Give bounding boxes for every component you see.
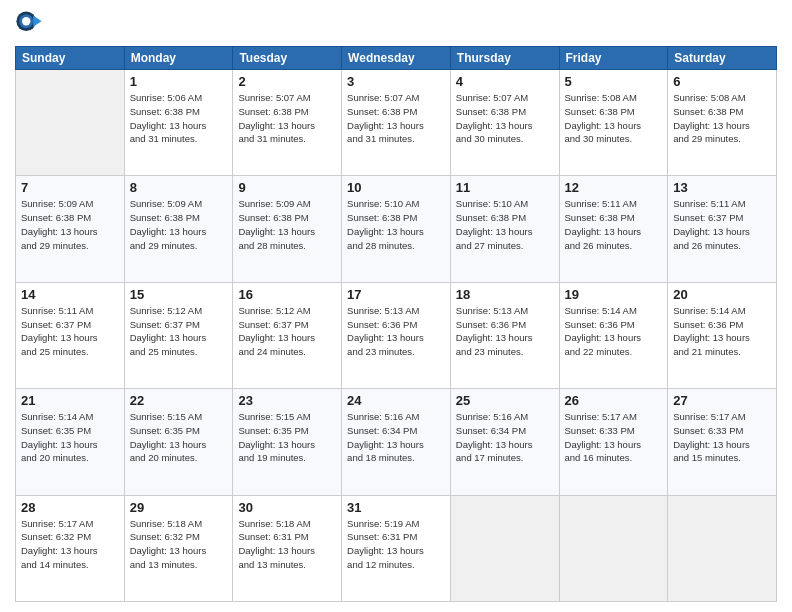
day-cell: 18Sunrise: 5:13 AM Sunset: 6:36 PM Dayli… (450, 282, 559, 388)
day-cell (450, 495, 559, 601)
day-cell: 11Sunrise: 5:10 AM Sunset: 6:38 PM Dayli… (450, 176, 559, 282)
day-cell: 9Sunrise: 5:09 AM Sunset: 6:38 PM Daylig… (233, 176, 342, 282)
day-info: Sunrise: 5:13 AM Sunset: 6:36 PM Dayligh… (347, 304, 445, 359)
day-cell: 3Sunrise: 5:07 AM Sunset: 6:38 PM Daylig… (342, 70, 451, 176)
day-number: 17 (347, 287, 445, 302)
day-cell: 25Sunrise: 5:16 AM Sunset: 6:34 PM Dayli… (450, 389, 559, 495)
day-cell: 22Sunrise: 5:15 AM Sunset: 6:35 PM Dayli… (124, 389, 233, 495)
day-number: 19 (565, 287, 663, 302)
day-cell: 12Sunrise: 5:11 AM Sunset: 6:38 PM Dayli… (559, 176, 668, 282)
logo-icon (15, 10, 43, 38)
day-info: Sunrise: 5:15 AM Sunset: 6:35 PM Dayligh… (130, 410, 228, 465)
day-cell: 5Sunrise: 5:08 AM Sunset: 6:38 PM Daylig… (559, 70, 668, 176)
page: SundayMondayTuesdayWednesdayThursdayFrid… (0, 0, 792, 612)
day-number: 15 (130, 287, 228, 302)
day-info: Sunrise: 5:14 AM Sunset: 6:36 PM Dayligh… (565, 304, 663, 359)
day-info: Sunrise: 5:07 AM Sunset: 6:38 PM Dayligh… (347, 91, 445, 146)
day-cell: 28Sunrise: 5:17 AM Sunset: 6:32 PM Dayli… (16, 495, 125, 601)
day-info: Sunrise: 5:11 AM Sunset: 6:38 PM Dayligh… (565, 197, 663, 252)
day-cell: 27Sunrise: 5:17 AM Sunset: 6:33 PM Dayli… (668, 389, 777, 495)
week-row-2: 7Sunrise: 5:09 AM Sunset: 6:38 PM Daylig… (16, 176, 777, 282)
day-info: Sunrise: 5:09 AM Sunset: 6:38 PM Dayligh… (238, 197, 336, 252)
day-cell: 13Sunrise: 5:11 AM Sunset: 6:37 PM Dayli… (668, 176, 777, 282)
day-cell: 14Sunrise: 5:11 AM Sunset: 6:37 PM Dayli… (16, 282, 125, 388)
day-number: 22 (130, 393, 228, 408)
day-number: 20 (673, 287, 771, 302)
day-cell (559, 495, 668, 601)
day-cell: 10Sunrise: 5:10 AM Sunset: 6:38 PM Dayli… (342, 176, 451, 282)
day-cell: 31Sunrise: 5:19 AM Sunset: 6:31 PM Dayli… (342, 495, 451, 601)
day-info: Sunrise: 5:10 AM Sunset: 6:38 PM Dayligh… (347, 197, 445, 252)
column-header-tuesday: Tuesday (233, 47, 342, 70)
column-header-monday: Monday (124, 47, 233, 70)
day-number: 18 (456, 287, 554, 302)
day-number: 2 (238, 74, 336, 89)
column-header-friday: Friday (559, 47, 668, 70)
day-info: Sunrise: 5:15 AM Sunset: 6:35 PM Dayligh… (238, 410, 336, 465)
day-cell: 21Sunrise: 5:14 AM Sunset: 6:35 PM Dayli… (16, 389, 125, 495)
day-cell: 8Sunrise: 5:09 AM Sunset: 6:38 PM Daylig… (124, 176, 233, 282)
day-info: Sunrise: 5:14 AM Sunset: 6:35 PM Dayligh… (21, 410, 119, 465)
week-row-3: 14Sunrise: 5:11 AM Sunset: 6:37 PM Dayli… (16, 282, 777, 388)
day-number: 10 (347, 180, 445, 195)
day-info: Sunrise: 5:18 AM Sunset: 6:32 PM Dayligh… (130, 517, 228, 572)
day-info: Sunrise: 5:08 AM Sunset: 6:38 PM Dayligh… (565, 91, 663, 146)
day-number: 3 (347, 74, 445, 89)
day-cell: 23Sunrise: 5:15 AM Sunset: 6:35 PM Dayli… (233, 389, 342, 495)
day-info: Sunrise: 5:18 AM Sunset: 6:31 PM Dayligh… (238, 517, 336, 572)
logo (15, 10, 47, 38)
day-number: 7 (21, 180, 119, 195)
day-number: 23 (238, 393, 336, 408)
day-number: 6 (673, 74, 771, 89)
day-number: 9 (238, 180, 336, 195)
day-number: 12 (565, 180, 663, 195)
week-row-1: 1Sunrise: 5:06 AM Sunset: 6:38 PM Daylig… (16, 70, 777, 176)
day-number: 28 (21, 500, 119, 515)
day-info: Sunrise: 5:10 AM Sunset: 6:38 PM Dayligh… (456, 197, 554, 252)
day-number: 5 (565, 74, 663, 89)
day-number: 26 (565, 393, 663, 408)
day-cell: 20Sunrise: 5:14 AM Sunset: 6:36 PM Dayli… (668, 282, 777, 388)
day-cell: 15Sunrise: 5:12 AM Sunset: 6:37 PM Dayli… (124, 282, 233, 388)
day-info: Sunrise: 5:06 AM Sunset: 6:38 PM Dayligh… (130, 91, 228, 146)
day-info: Sunrise: 5:17 AM Sunset: 6:32 PM Dayligh… (21, 517, 119, 572)
day-cell: 19Sunrise: 5:14 AM Sunset: 6:36 PM Dayli… (559, 282, 668, 388)
day-info: Sunrise: 5:08 AM Sunset: 6:38 PM Dayligh… (673, 91, 771, 146)
day-number: 30 (238, 500, 336, 515)
day-number: 27 (673, 393, 771, 408)
day-cell (668, 495, 777, 601)
day-number: 14 (21, 287, 119, 302)
day-cell (16, 70, 125, 176)
day-cell: 26Sunrise: 5:17 AM Sunset: 6:33 PM Dayli… (559, 389, 668, 495)
day-info: Sunrise: 5:19 AM Sunset: 6:31 PM Dayligh… (347, 517, 445, 572)
day-cell: 30Sunrise: 5:18 AM Sunset: 6:31 PM Dayli… (233, 495, 342, 601)
day-info: Sunrise: 5:09 AM Sunset: 6:38 PM Dayligh… (21, 197, 119, 252)
day-cell: 29Sunrise: 5:18 AM Sunset: 6:32 PM Dayli… (124, 495, 233, 601)
day-cell: 24Sunrise: 5:16 AM Sunset: 6:34 PM Dayli… (342, 389, 451, 495)
day-info: Sunrise: 5:11 AM Sunset: 6:37 PM Dayligh… (673, 197, 771, 252)
svg-marker-3 (33, 16, 41, 27)
day-cell: 1Sunrise: 5:06 AM Sunset: 6:38 PM Daylig… (124, 70, 233, 176)
week-row-4: 21Sunrise: 5:14 AM Sunset: 6:35 PM Dayli… (16, 389, 777, 495)
day-cell: 2Sunrise: 5:07 AM Sunset: 6:38 PM Daylig… (233, 70, 342, 176)
day-info: Sunrise: 5:09 AM Sunset: 6:38 PM Dayligh… (130, 197, 228, 252)
day-info: Sunrise: 5:13 AM Sunset: 6:36 PM Dayligh… (456, 304, 554, 359)
day-cell: 17Sunrise: 5:13 AM Sunset: 6:36 PM Dayli… (342, 282, 451, 388)
day-info: Sunrise: 5:16 AM Sunset: 6:34 PM Dayligh… (347, 410, 445, 465)
day-cell: 7Sunrise: 5:09 AM Sunset: 6:38 PM Daylig… (16, 176, 125, 282)
day-cell: 16Sunrise: 5:12 AM Sunset: 6:37 PM Dayli… (233, 282, 342, 388)
calendar-table: SundayMondayTuesdayWednesdayThursdayFrid… (15, 46, 777, 602)
day-cell: 6Sunrise: 5:08 AM Sunset: 6:38 PM Daylig… (668, 70, 777, 176)
day-number: 25 (456, 393, 554, 408)
day-info: Sunrise: 5:17 AM Sunset: 6:33 PM Dayligh… (565, 410, 663, 465)
day-info: Sunrise: 5:12 AM Sunset: 6:37 PM Dayligh… (238, 304, 336, 359)
day-info: Sunrise: 5:14 AM Sunset: 6:36 PM Dayligh… (673, 304, 771, 359)
column-header-saturday: Saturday (668, 47, 777, 70)
day-number: 16 (238, 287, 336, 302)
day-info: Sunrise: 5:16 AM Sunset: 6:34 PM Dayligh… (456, 410, 554, 465)
svg-point-2 (22, 17, 30, 25)
day-number: 13 (673, 180, 771, 195)
header (15, 10, 777, 38)
day-info: Sunrise: 5:07 AM Sunset: 6:38 PM Dayligh… (456, 91, 554, 146)
day-number: 21 (21, 393, 119, 408)
